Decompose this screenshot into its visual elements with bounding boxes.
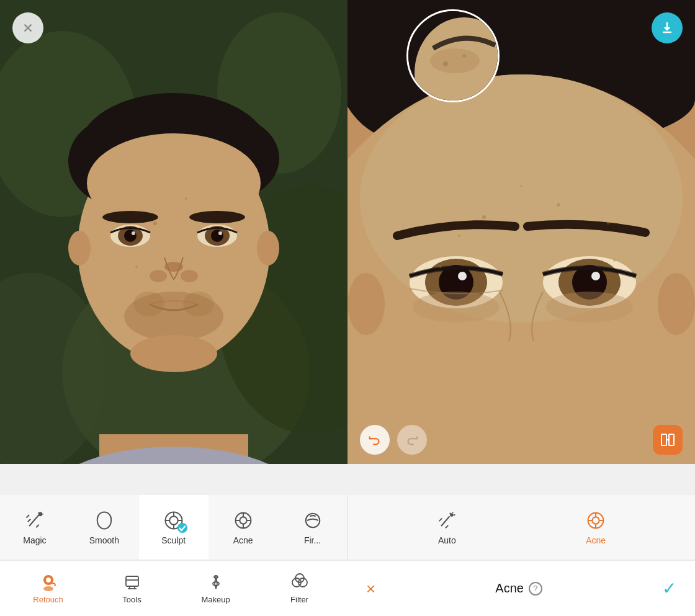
tools-row: Magic Smooth (0, 495, 695, 560)
nav-retouch[interactable]: Retouch (11, 573, 86, 604)
svg-point-109 (46, 578, 51, 583)
svg-rect-72 (669, 434, 674, 445)
tools-label: Tools (122, 595, 141, 604)
nav-makeup[interactable]: Makeup (179, 573, 253, 604)
svg-point-29 (68, 231, 91, 266)
tool-acne-right[interactable]: Acne (561, 495, 630, 560)
svg-point-63 (613, 259, 616, 262)
sculpt-icon-wrap (163, 509, 185, 532)
tool-sculpt[interactable]: Sculpt (139, 495, 208, 560)
svg-rect-111 (126, 576, 138, 586)
svg-point-64 (348, 273, 385, 335)
svg-point-55 (413, 292, 500, 323)
left-tools: Magic Smooth (0, 495, 347, 560)
right-tools: Auto Acne (348, 495, 695, 560)
svg-point-50 (458, 272, 467, 280)
svg-point-28 (181, 270, 198, 282)
svg-point-57 (482, 215, 486, 219)
filter-nav-label: Filter (290, 595, 308, 604)
help-button[interactable]: ? (529, 582, 542, 596)
confirm-button[interactable]: ✓ (662, 578, 676, 599)
svg-point-24 (132, 231, 135, 235)
svg-line-77 (36, 525, 39, 528)
svg-point-32 (133, 292, 164, 316)
svg-point-62 (439, 266, 442, 268)
action-buttons (348, 425, 695, 455)
svg-line-76 (26, 515, 29, 518)
magnifier-circle (406, 9, 500, 102)
redo-button[interactable] (397, 425, 427, 455)
svg-point-33 (183, 292, 214, 316)
svg-line-75 (28, 519, 31, 522)
acne-right-label: Acne (586, 535, 606, 545)
svg-line-80 (41, 512, 42, 513)
svg-point-25 (218, 231, 222, 235)
tool-acne[interactable]: Acne (208, 495, 278, 560)
close-button[interactable] (12, 12, 43, 43)
compare-button[interactable] (653, 425, 683, 455)
nav-tools[interactable]: Tools (95, 573, 169, 604)
app-container: Magic Smooth (0, 0, 695, 616)
svg-point-56 (546, 292, 633, 323)
nav-right: × Acne ? ✓ (348, 578, 695, 599)
makeup-label: Makeup (201, 595, 230, 604)
tool-auto[interactable]: Auto (412, 495, 482, 560)
svg-point-58 (458, 234, 460, 237)
tool-smooth[interactable]: Smooth (70, 495, 139, 560)
svg-point-23 (211, 230, 223, 242)
smooth-label: Smooth (89, 535, 119, 545)
svg-point-30 (257, 231, 279, 266)
section-title: Acne ? (495, 581, 542, 596)
cancel-button[interactable]: × (366, 581, 375, 597)
download-button[interactable] (652, 12, 683, 43)
svg-line-97 (446, 525, 449, 529)
svg-point-36 (185, 197, 187, 200)
tool-filter[interactable]: Fir... (278, 495, 348, 560)
svg-point-110 (43, 586, 53, 591)
svg-point-61 (520, 185, 522, 187)
svg-point-69 (443, 61, 448, 66)
svg-point-65 (658, 273, 695, 335)
bottom-nav: Retouch Tools (0, 560, 695, 616)
filter-label: Fir... (304, 535, 321, 545)
auto-label: Auto (438, 535, 456, 545)
bottom-area: Magic Smooth (0, 495, 695, 616)
svg-point-17 (189, 211, 245, 223)
after-panel (348, 0, 695, 464)
svg-point-35 (153, 221, 157, 225)
image-area (0, 0, 695, 495)
svg-point-34 (130, 335, 217, 372)
sculpt-badge (177, 523, 187, 533)
svg-point-59 (557, 203, 560, 207)
nav-left: Retouch Tools (0, 573, 348, 604)
svg-point-27 (150, 270, 167, 282)
svg-point-37 (135, 266, 138, 268)
retouch-label: Retouch (33, 595, 63, 604)
svg-point-83 (169, 516, 178, 525)
svg-line-95 (441, 516, 450, 526)
svg-rect-71 (661, 434, 666, 445)
svg-point-89 (240, 517, 246, 524)
svg-point-60 (607, 222, 609, 225)
nav-filter[interactable]: Filter (262, 573, 337, 604)
svg-point-103 (592, 517, 599, 524)
acne-label: Acne (233, 535, 253, 545)
svg-point-68 (430, 48, 480, 73)
svg-line-96 (439, 519, 442, 522)
magic-label: Magic (23, 535, 46, 545)
svg-line-74 (29, 515, 39, 526)
svg-point-116 (213, 582, 219, 586)
svg-point-54 (591, 272, 600, 280)
svg-point-70 (462, 54, 466, 58)
svg-point-22 (124, 230, 137, 242)
undo-button[interactable] (360, 425, 390, 455)
tool-magic[interactable]: Magic (0, 495, 70, 560)
before-panel (0, 0, 348, 464)
svg-point-16 (102, 211, 158, 223)
svg-line-101 (452, 512, 453, 513)
